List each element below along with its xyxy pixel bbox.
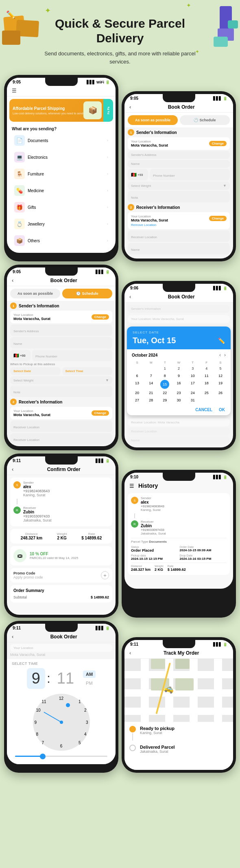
track-event-1-location: Kaning, Surat	[140, 731, 175, 735]
cat-electronics[interactable]: 💻 Electronics ›	[10, 149, 112, 165]
time-am-btn[interactable]: AM	[83, 671, 96, 678]
clock-face: 12 1 2 3 4 5 6 7 8 9 10 11	[33, 694, 90, 751]
phone-2-notch	[163, 94, 195, 102]
track-dot-2	[129, 745, 136, 751]
phone-2: 9:05 ▋▋▋🔋 ‹ Book Order As soon as possib…	[122, 91, 236, 261]
screen2-title: Book Order	[134, 104, 228, 110]
cal-ok-btn[interactable]: OK	[219, 408, 225, 412]
cal-selected-date: Tue, Oct 15	[133, 336, 176, 345]
cat-medicine[interactable]: 💊 Medicine ›	[10, 183, 112, 198]
cal-cancel-btn[interactable]: CANCEL	[195, 408, 212, 412]
add-promo-btn[interactable]: +	[101, 571, 109, 579]
cat-furniture-label: Furniture	[28, 172, 44, 176]
phone-7-timepicker: 9:11 ▋▋▋🔋 ‹ Book Order Your Location Mot…	[4, 621, 118, 773]
phone-6-history: 9:10 ▋▋▋🔋 ☰ History S Sender alex +91982…	[122, 470, 236, 618]
back-icon-2[interactable]: ‹	[129, 104, 131, 110]
time-pm-btn[interactable]: PM	[83, 679, 96, 687]
track-title: Track My Order	[134, 650, 228, 656]
phone-1: 9:05 ▋▋▋WiFi🔋 ☰ Affordable Parcel Shippi…	[4, 75, 118, 261]
phone-1-notch	[45, 78, 78, 86]
phone-3: 9:05 ▋▋▋🔋 ‹ Book Order As soon as possib…	[4, 265, 118, 450]
cat-furniture[interactable]: 🪑 Furniture ›	[10, 166, 112, 182]
page-subtitle: Send documents, electronics, gifts, and …	[41, 50, 199, 66]
cal-today-15[interactable]: 15	[160, 380, 169, 389]
cal-next-btn[interactable]: ›	[224, 352, 226, 358]
confirm-title: Confirm Order	[17, 467, 111, 472]
select-time-label: SELECT TIME	[12, 662, 111, 666]
cat-others-label: Others	[28, 239, 40, 243]
cat-documents[interactable]: 📄 Documents ›	[10, 133, 112, 148]
hamburger-icon[interactable]: ☰	[12, 88, 17, 94]
tab-asap[interactable]: As soon as possible	[128, 115, 178, 125]
change-sender-btn[interactable]: Change	[209, 141, 227, 146]
cat-electronics-label: Electronics	[28, 155, 48, 160]
phone-8-track: 9:11 ▋▋▋🔋 ‹ Track My Order	[122, 637, 236, 773]
change-receiver-btn[interactable]: Change	[209, 216, 227, 221]
banner-card[interactable]: Affordable Parcel Shipping Low-cost deli…	[9, 99, 113, 122]
sender-section-title: Sender's Information	[136, 130, 177, 135]
tab-schedule[interactable]: 🕐Schedule	[180, 115, 230, 125]
track-event-1-title: Ready to pickup	[140, 726, 175, 731]
track-event-2-location: Jakatnaika, Surat	[140, 750, 175, 754]
cal-prev-btn[interactable]: ‹	[219, 352, 221, 358]
cat-gifts-label: Gifts	[28, 205, 36, 210]
tab-schedule-3[interactable]: 🕐Schedule	[62, 289, 112, 298]
map-area: 🚕	[124, 659, 233, 722]
sparkle-2: ✦	[186, 2, 191, 9]
app-header-1: ☰	[7, 85, 116, 96]
cat-jewellery-label: Jewellery	[28, 222, 45, 226]
cal-month-year: October 2024	[132, 353, 157, 357]
banner-subtitle: Low-cost delivery solutions, whenever yo…	[13, 112, 83, 115]
banner-title: Affordable Parcel Shipping	[13, 106, 83, 111]
history-title: History	[138, 482, 158, 489]
tab-asap-3[interactable]: As soon as possible	[10, 289, 60, 298]
cal-select-label: SELECT DATE	[133, 331, 225, 334]
time-hour[interactable]: 9	[27, 668, 45, 689]
categories-list: 📄 Documents › 💻 Electronics › 🪑 Furni	[7, 133, 116, 253]
track-event-2-title: Delivered Parcel	[140, 745, 175, 750]
cat-jewellery[interactable]: 💍 Jewellery ›	[10, 216, 112, 232]
header-section: Quick & Secure Parcel Delivery Send docu…	[0, 8, 240, 72]
phone-4: 9:06 ▋▋▋🔋 ‹ Book Order Sender's Informat…	[122, 281, 236, 450]
phone-5-confirm: 9:11 ▋▋▋🔋 ‹ Confirm Order S Sender alex …	[4, 454, 118, 618]
cat-others[interactable]: 📦 Others ›	[10, 233, 112, 248]
section-label: What are you sending?	[7, 124, 116, 133]
cat-medicine-label: Medicine	[28, 189, 44, 193]
receiver-section-title: Receiver's Information	[136, 205, 180, 210]
track-dot-1	[129, 726, 136, 732]
time-minutes[interactable]: 11	[52, 668, 79, 689]
page-title: Quick & Secure Parcel Delivery	[41, 16, 199, 46]
cat-documents-label: Documents	[28, 138, 48, 143]
cat-gifts[interactable]: 🎁 Gifts ›	[10, 199, 112, 215]
